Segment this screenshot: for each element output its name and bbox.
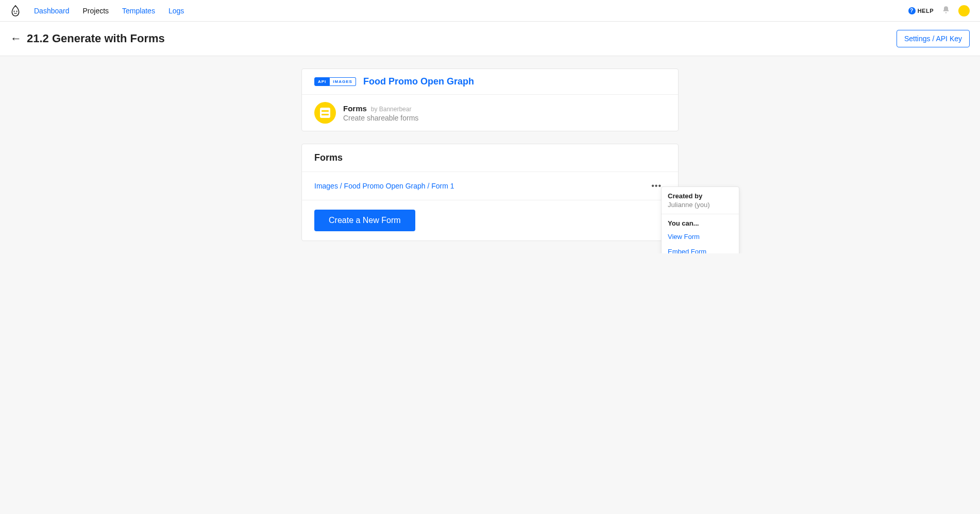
menu-youcan-label: You can... bbox=[662, 219, 739, 229]
forms-integration-row: Forms by Bannerbear Create shareable for… bbox=[302, 94, 678, 131]
svg-point-0 bbox=[13, 10, 14, 11]
nav-dashboard[interactable]: Dashboard bbox=[34, 7, 70, 15]
back-arrow-icon[interactable]: ← bbox=[10, 33, 22, 44]
template-title-link[interactable]: Food Promo Open Graph bbox=[363, 76, 474, 87]
menu-actions-section: You can... View Form Embed Form Edit For… bbox=[662, 214, 739, 253]
main-area: API IMAGES Food Promo Open Graph Forms b… bbox=[0, 56, 980, 253]
menu-created-section: Created by Julianne (you) bbox=[662, 187, 739, 214]
template-card: API IMAGES Food Promo Open Graph Forms b… bbox=[301, 68, 679, 131]
help-button[interactable]: ? HELP bbox=[908, 7, 934, 14]
content-container: API IMAGES Food Promo Open Graph Forms b… bbox=[301, 68, 679, 253]
form-item-link[interactable]: Images / Food Promo Open Graph / Form 1 bbox=[314, 182, 454, 190]
help-icon: ? bbox=[908, 7, 916, 14]
svg-point-1 bbox=[16, 10, 17, 11]
menu-view-form[interactable]: View Form bbox=[662, 229, 739, 244]
forms-list-card: Forms Images / Food Promo Open Graph / F… bbox=[301, 144, 679, 241]
menu-embed-form[interactable]: Embed Form bbox=[662, 244, 739, 253]
create-row: Create a New Form bbox=[302, 200, 678, 241]
template-header-row: API IMAGES Food Promo Open Graph bbox=[302, 69, 678, 94]
settings-api-key-button[interactable]: Settings / API Key bbox=[897, 30, 970, 47]
sub-header: ← 21.2 Generate with Forms Settings / AP… bbox=[0, 22, 980, 56]
forms-section-title: Forms bbox=[302, 144, 678, 172]
forms-description: Create shareable forms bbox=[343, 114, 418, 122]
create-new-form-button[interactable]: Create a New Form bbox=[314, 210, 415, 231]
forms-text: Forms by Bannerbear Create shareable for… bbox=[343, 104, 418, 122]
forms-title: Forms bbox=[343, 104, 367, 113]
notifications-icon[interactable] bbox=[942, 6, 950, 15]
top-nav-left: Dashboard Projects Templates Logs bbox=[10, 5, 184, 17]
menu-created-value: Julianne (you) bbox=[668, 201, 733, 209]
nav-logs[interactable]: Logs bbox=[168, 7, 184, 15]
badge-images: IMAGES bbox=[330, 77, 356, 86]
forms-by-label: by Bannerbear bbox=[371, 106, 412, 113]
top-nav: Dashboard Projects Templates Logs ? HELP bbox=[0, 0, 980, 22]
logo-icon bbox=[10, 5, 21, 17]
help-label: HELP bbox=[918, 8, 934, 14]
nav-templates[interactable]: Templates bbox=[122, 7, 155, 15]
page-title: 21.2 Generate with Forms bbox=[27, 32, 165, 45]
avatar[interactable] bbox=[958, 5, 970, 16]
forms-icon bbox=[314, 102, 336, 124]
badge-api: API bbox=[314, 77, 330, 86]
nav-links: Dashboard Projects Templates Logs bbox=[34, 7, 184, 15]
sub-header-left: ← 21.2 Generate with Forms bbox=[10, 32, 165, 45]
badge-group: API IMAGES bbox=[314, 77, 356, 86]
form-item-row: Images / Food Promo Open Graph / Form 1 … bbox=[302, 172, 678, 200]
nav-projects[interactable]: Projects bbox=[83, 7, 109, 15]
form-actions-menu: Created by Julianne (you) You can... Vie… bbox=[661, 186, 739, 253]
menu-created-label: Created by bbox=[668, 192, 733, 200]
top-nav-right: ? HELP bbox=[908, 5, 970, 16]
